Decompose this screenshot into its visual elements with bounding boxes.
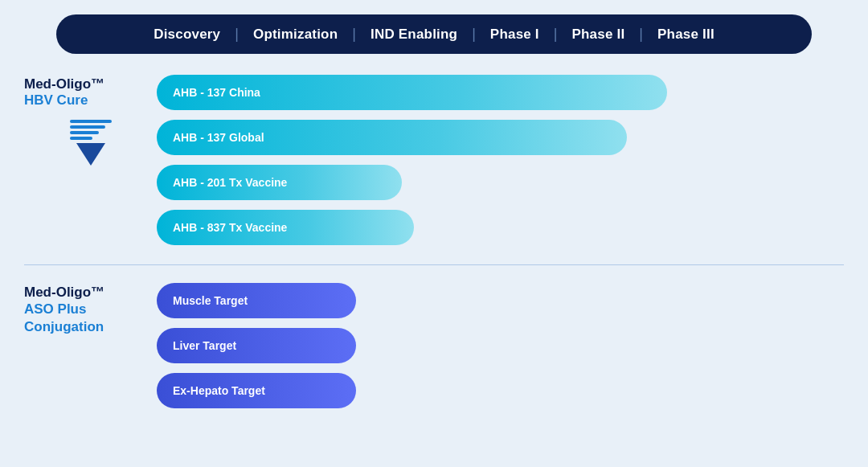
bar-row-ahb837: AHB - 837 Tx Vaccine [157, 210, 844, 245]
bar-ahb137-china: AHB - 137 China [157, 75, 667, 110]
nav-phase3: Phase III [657, 27, 714, 43]
bar-muscle: Muscle Target [157, 283, 356, 318]
nav-ind-enabling: IND Enabling [371, 27, 457, 43]
bar-row-ahb201: AHB - 201 Tx Vaccine [157, 165, 844, 200]
nav-divider-1: | [235, 26, 239, 43]
arrow-line-4 [70, 137, 92, 140]
bar-exhepato: Ex-Hepato Target [157, 373, 356, 408]
pipeline-content: Med-Oligo™ HBV Cure AHB - 137 China [24, 73, 844, 415]
bar-ahb837: AHB - 837 Tx Vaccine [157, 210, 414, 245]
arrow-line-3 [70, 131, 99, 134]
bar-row-muscle: Muscle Target [157, 283, 844, 318]
aso-subtitle: ASO Plus Conjugation [24, 301, 157, 336]
pipeline-nav: Discovery | Optimization | IND Enabling … [56, 14, 812, 54]
nav-optimization: Optimization [253, 27, 338, 43]
arrow-head [76, 143, 105, 166]
aso-subtitle-line1: ASO Plus [24, 301, 157, 318]
bar-ahb201: AHB - 201 Tx Vaccine [157, 165, 402, 200]
bar-ahb137-global: AHB - 137 Global [157, 120, 627, 155]
bar-label-ahb137global: AHB - 137 Global [173, 131, 264, 144]
arrow-line-1 [70, 120, 112, 123]
section-divider [24, 264, 844, 265]
section-aso: Med-Oligo™ ASO Plus Conjugation Muscle T… [24, 281, 844, 408]
bar-label-muscle: Muscle Target [173, 294, 248, 307]
nav-divider-5: | [639, 26, 643, 43]
nav-discovery: Discovery [154, 27, 220, 43]
bar-row-liver: Liver Target [157, 328, 844, 363]
nav-divider-3: | [472, 26, 476, 43]
hbv-arrow [24, 120, 157, 166]
nav-divider-4: | [554, 26, 558, 43]
bar-liver: Liver Target [157, 328, 356, 363]
aso-bars: Muscle Target Liver Target Ex-Hepato Tar… [157, 281, 844, 408]
arrow-line-2 [70, 125, 105, 129]
bar-label-ahb837: AHB - 837 Tx Vaccine [173, 221, 287, 234]
nav-phase1: Phase I [490, 27, 539, 43]
section-hbv-label: Med-Oligo™ HBV Cure [24, 73, 157, 166]
nav-phase2: Phase II [571, 27, 624, 43]
bar-row-exhepato: Ex-Hepato Target [157, 373, 844, 408]
bar-label-exhepato: Ex-Hepato Target [173, 384, 265, 397]
hbv-bars: AHB - 137 China AHB - 137 Global AHB - 2… [157, 73, 844, 245]
bar-label-ahb137china: AHB - 137 China [173, 86, 260, 99]
section-hbv: Med-Oligo™ HBV Cure AHB - 137 China [24, 73, 844, 245]
bar-row-ahb137china: AHB - 137 China [157, 75, 844, 110]
arrow-lines [70, 120, 112, 140]
aso-title: Med-Oligo™ [24, 285, 157, 301]
nav-divider-2: | [352, 26, 356, 43]
section-aso-label: Med-Oligo™ ASO Plus Conjugation [24, 281, 157, 336]
bar-row-ahb137global: AHB - 137 Global [157, 120, 844, 155]
hbv-subtitle: HBV Cure [24, 92, 157, 109]
hbv-title: Med-Oligo™ [24, 76, 157, 92]
bar-label-ahb201: AHB - 201 Tx Vaccine [173, 176, 287, 189]
aso-subtitle-line2: Conjugation [24, 318, 157, 336]
bar-label-liver: Liver Target [173, 339, 236, 352]
